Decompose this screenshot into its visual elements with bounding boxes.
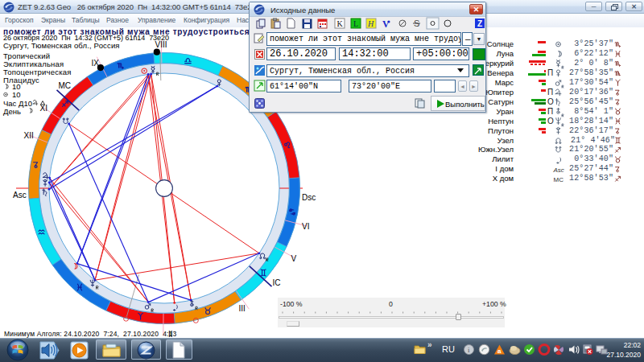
svg-text:III: III <box>239 304 246 313</box>
svg-text:IX: IX <box>92 59 100 68</box>
svg-text:Dsc: Dsc <box>302 193 316 202</box>
svg-text:Z: Z <box>477 19 482 28</box>
svg-text:VI: VI <box>302 222 309 231</box>
svg-text:V: V <box>291 254 297 263</box>
svg-text:L: L <box>353 19 358 28</box>
svg-text:Asc: Asc <box>553 167 564 174</box>
svg-text:V: V <box>382 19 390 30</box>
svg-text:XII: XII <box>24 131 34 140</box>
svg-text:a: a <box>497 348 502 355</box>
svg-text:H: H <box>367 19 374 28</box>
svg-text:Asc: Asc <box>13 191 27 200</box>
svg-text:K: K <box>337 19 344 28</box>
svg-text:MC: MC <box>554 176 564 183</box>
svg-text:IC: IC <box>273 278 281 287</box>
